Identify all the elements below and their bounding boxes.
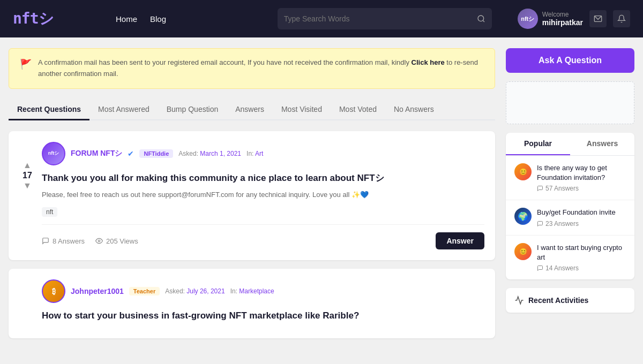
banner-text: A confirmation mail has been sent to you… xyxy=(38,57,484,80)
comment-icon-popular-2 xyxy=(537,221,543,227)
search-bar xyxy=(278,8,492,29)
question-footer-1: 8 Answers 205 Views Answer xyxy=(42,224,484,249)
question-card-2: ₿ Johnpeter1001 Teacher Asked: July 26, … xyxy=(9,269,495,338)
badge-1: NFTiddie xyxy=(139,149,173,158)
envelope-icon xyxy=(594,14,602,23)
tags-1: nft xyxy=(42,207,484,217)
question-tabs: Recent Questions Most Answered Bump Ques… xyxy=(9,100,495,120)
answers-count-1: 8 Answers xyxy=(53,237,85,245)
popular-title-1[interactable]: Is there any way to get Foundation invit… xyxy=(537,163,626,183)
search-input[interactable] xyxy=(284,14,477,23)
asked-date-2[interactable]: July 26, 2021 xyxy=(186,287,225,295)
content-area: 🚩 A confirmation mail has been sent to y… xyxy=(9,48,495,347)
flag-icon: 🚩 xyxy=(20,58,32,70)
question-title-2[interactable]: How to start your business in fast-growi… xyxy=(42,309,484,322)
main-layout: 🚩 A confirmation mail has been sent to y… xyxy=(0,37,643,358)
user-info: Welcome mihirpatkar xyxy=(542,11,583,27)
popular-content-2: Buy/get Foundation invite 23 Answers xyxy=(537,208,626,227)
svg-point-0 xyxy=(478,16,484,21)
popular-avatar-1: 😊 xyxy=(514,163,532,180)
header-username: mihirpatkar xyxy=(542,18,583,27)
tab-most-answered[interactable]: Most Answered xyxy=(89,100,158,120)
tab-most-visited[interactable]: Most Visited xyxy=(273,100,331,120)
question-title-1[interactable]: Thank you you all for making this commun… xyxy=(42,172,484,185)
svg-point-3 xyxy=(98,240,100,242)
vote-down-1[interactable]: ▼ xyxy=(23,181,32,190)
user-avatar-2: ₿ xyxy=(42,279,65,303)
svg-line-1 xyxy=(483,20,484,22)
header-right: nftシ Welcome mihirpatkar xyxy=(518,9,630,29)
popular-title-2[interactable]: Buy/get Foundation invite xyxy=(537,208,626,217)
verified-icon-1: ✔ xyxy=(128,149,134,158)
asked-info-1: Asked: March 1, 2021 xyxy=(178,150,241,157)
tag-nft[interactable]: nft xyxy=(42,207,57,217)
sidebar-tabs: Popular Answers xyxy=(506,133,634,156)
in-category-1: In: Art xyxy=(246,150,263,157)
logo[interactable]: nftシ xyxy=(13,9,99,29)
popular-tab[interactable]: Popular xyxy=(506,133,570,155)
tab-bump-question[interactable]: Bump Question xyxy=(158,100,227,120)
user-avatar-1: nftシ xyxy=(42,142,65,165)
popular-title-3[interactable]: I want to start buying crypto art xyxy=(537,243,626,262)
popular-item-2: 🌍 Buy/get Foundation invite 23 Answers xyxy=(506,200,634,235)
ask-question-button[interactable]: Ask A Question xyxy=(506,48,634,73)
popular-answers-3: 14 Answers xyxy=(537,264,626,272)
comment-icon-popular-1 xyxy=(537,185,543,192)
in-category-2: In: Marketplace xyxy=(230,287,274,295)
activity-icon xyxy=(514,295,524,305)
popular-answers-2: 23 Answers xyxy=(537,220,626,228)
tab-no-answers[interactable]: No Answers xyxy=(385,100,443,120)
popular-item-1: 😊 Is there any way to get Foundation inv… xyxy=(506,156,634,200)
popular-item-3: 😊 I want to start buying crypto art 14 A… xyxy=(506,236,634,279)
username-2[interactable]: Johnpeter1001 xyxy=(71,287,124,295)
popular-avatar-2: 🌍 xyxy=(514,208,532,225)
answers-stat-1: 8 Answers xyxy=(42,237,85,245)
asked-date-1[interactable]: March 1, 2021 xyxy=(200,150,241,157)
question-card-1: ▲ 17 ▼ nftシ FORUM NFTシ ✔ NFTiddie Asked xyxy=(9,131,495,261)
question-meta-2: ₿ Johnpeter1001 Teacher Asked: July 26, … xyxy=(42,279,484,303)
recent-activities-card: Recent Activities xyxy=(506,288,634,313)
tab-recent-questions[interactable]: Recent Questions xyxy=(9,100,89,120)
popular-list: 😊 Is there any way to get Foundation inv… xyxy=(506,156,634,279)
popular-answers-1: 57 Answers xyxy=(537,185,626,192)
question-meta-1: nftシ FORUM NFTシ ✔ NFTiddie Asked: March … xyxy=(42,142,484,165)
search-icon xyxy=(477,14,485,23)
main-nav: Home Blog xyxy=(116,14,166,24)
header: nftシ Home Blog nftシ Welcome mihirpatkar xyxy=(0,0,643,37)
popular-card: Popular Answers 😊 Is there any way to ge… xyxy=(506,133,634,279)
sidebar: Ask A Question Popular Answers 😊 Is ther… xyxy=(506,48,634,347)
popular-avatar-3: 😊 xyxy=(514,243,532,260)
question-excerpt-1: Please, feel free to reach us out here s… xyxy=(42,189,484,201)
category-link-2[interactable]: Marketplace xyxy=(239,287,274,295)
messages-icon-btn[interactable] xyxy=(589,10,607,27)
welcome-text: Welcome xyxy=(542,11,583,18)
click-here-link[interactable]: Click here xyxy=(412,58,445,66)
views-count-1: 205 Views xyxy=(106,237,138,245)
notifications-icon-btn[interactable] xyxy=(613,10,630,27)
tab-answers[interactable]: Answers xyxy=(227,100,273,120)
tab-most-voted[interactable]: Most Voted xyxy=(331,100,385,120)
recent-activities-label: Recent Activities xyxy=(528,296,588,305)
vote-count-1: 17 xyxy=(23,171,32,180)
avatar: nftシ xyxy=(518,9,538,29)
ad-placeholder xyxy=(506,81,634,124)
popular-content-1: Is there any way to get Foundation invit… xyxy=(537,163,626,192)
answers-tab[interactable]: Answers xyxy=(570,133,634,155)
badge-2: Teacher xyxy=(129,287,160,295)
confirmation-banner: 🚩 A confirmation mail has been sent to y… xyxy=(9,48,495,89)
eye-icon-1 xyxy=(95,237,103,245)
category-link-1[interactable]: Art xyxy=(255,150,263,157)
answer-button-1[interactable]: Answer xyxy=(436,232,484,249)
popular-content-3: I want to start buying crypto art 14 Ans… xyxy=(537,243,626,272)
bell-icon xyxy=(617,14,626,23)
footer-stats-1: 8 Answers 205 Views xyxy=(42,237,138,245)
vote-up-1[interactable]: ▲ xyxy=(23,161,32,170)
nav-home[interactable]: Home xyxy=(116,14,137,24)
comment-icon-popular-3 xyxy=(537,265,543,271)
username-1[interactable]: FORUM NFTシ xyxy=(71,149,122,158)
nav-blog[interactable]: Blog xyxy=(150,14,166,24)
views-stat-1: 205 Views xyxy=(95,237,138,245)
asked-info-2: Asked: July 26, 2021 xyxy=(165,287,225,295)
comment-icon-1 xyxy=(42,237,49,245)
